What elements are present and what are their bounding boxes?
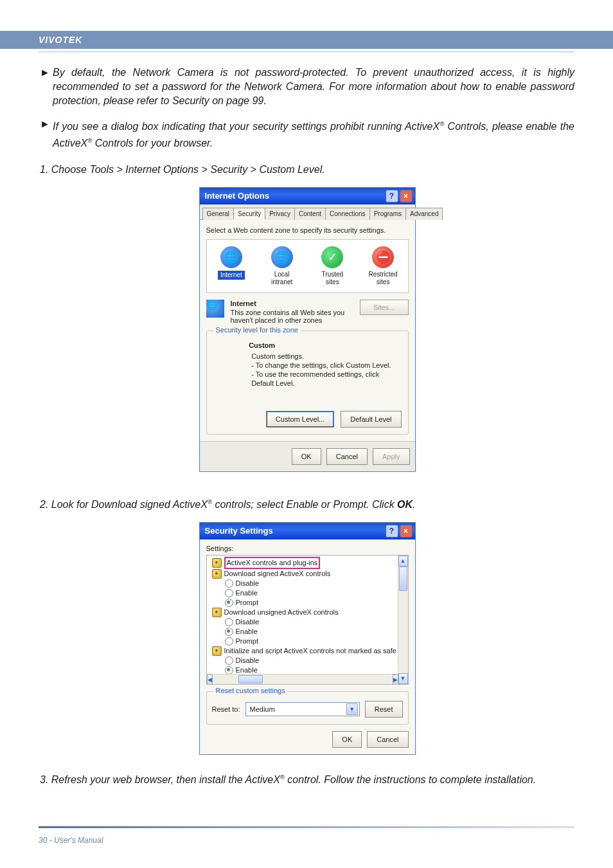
ss-titlebar[interactable]: Security Settings ? × (200, 523, 415, 539)
radio-option[interactable]: Prompt (208, 637, 397, 646)
close-icon[interactable]: × (400, 525, 413, 538)
radio-label: Prompt (236, 637, 258, 646)
radio-option[interactable]: Disable (208, 617, 397, 627)
setting-group-label: Download signed ActiveX controls (224, 569, 331, 579)
horizontal-scrollbar[interactable]: ◀ ▶ (207, 674, 398, 684)
cancel-button[interactable]: Cancel (367, 731, 408, 748)
custom-level-button[interactable]: Custom Level... (266, 411, 334, 428)
reset-to-select[interactable]: Medium ▼ (245, 702, 360, 716)
tab-privacy[interactable]: Privacy (265, 208, 295, 220)
radio-icon[interactable] (225, 637, 233, 646)
io-titlebar[interactable]: Internet Options ? × (200, 188, 415, 204)
scroll-right-icon[interactable]: ▶ (393, 674, 398, 685)
step2-ok: OK (397, 499, 413, 510)
header-divider (39, 51, 574, 52)
gear-icon: ✦ (212, 608, 222, 617)
default-level-button[interactable]: Default Level (341, 411, 401, 428)
bullet-1-text: By default, the Network Camera is not pa… (53, 66, 574, 108)
setting-group-label: ActiveX controls and plug-ins (224, 557, 321, 569)
ss-body: Settings: ✦ActiveX controls and plug-ins… (200, 539, 415, 754)
security-settings-dialog: Security Settings ? × Settings: ✦ActiveX… (199, 522, 416, 755)
zone-internet[interactable]: 🌐Internet (215, 246, 249, 286)
step2-end: . (413, 499, 415, 510)
gear-icon: ✦ (212, 646, 222, 656)
scroll-thumb[interactable] (399, 566, 407, 591)
footer-divider (39, 826, 574, 828)
radio-option[interactable]: Disable (208, 579, 397, 588)
scroll-left-icon[interactable]: ◀ (207, 674, 213, 685)
radio-icon[interactable] (225, 589, 233, 597)
bullet-2-text: If you see a dialog box indicating that … (53, 117, 574, 151)
level-line2: - To change the settings, click Custom L… (251, 361, 401, 370)
level-name: Custom (249, 341, 401, 349)
scroll-up-icon[interactable]: ▲ (398, 556, 408, 566)
step-3-text: 3. Refresh your web browser, then instal… (40, 770, 574, 787)
zone-info-title: Internet (231, 300, 353, 307)
ok-button[interactable]: OK (332, 731, 362, 748)
ss-title: Security Settings (205, 526, 273, 536)
content-area: ► By default, the Network Camera is not … (40, 66, 574, 793)
hscroll-thumb[interactable] (238, 675, 263, 683)
zone-restricted-sites[interactable]: ⛔Restricted sites (366, 246, 400, 286)
zone-label: Trusted sites (315, 271, 350, 286)
ok-button[interactable]: OK (292, 448, 321, 465)
step-2-text: 2. Look for Download signed ActiveX® con… (40, 495, 574, 512)
scroll-down-icon[interactable]: ▼ (398, 673, 408, 684)
reset-button[interactable]: Reset (365, 701, 403, 718)
tab-programs[interactable]: Programs (369, 208, 406, 220)
security-level-group-title: Security level for this zone (213, 326, 301, 334)
radio-option[interactable]: Disable (208, 656, 397, 665)
radio-icon[interactable] (225, 656, 233, 665)
radio-label: Disable (236, 617, 260, 627)
zone-selector[interactable]: 🌐Internet🌐Local intranet✓Trusted sites⛔R… (206, 239, 409, 293)
close-icon[interactable]: × (400, 190, 413, 203)
restricted-icon: ⛔ (372, 246, 394, 268)
zone-trusted-sites[interactable]: ✓Trusted sites (315, 246, 350, 286)
radio-option[interactable]: Prompt (208, 598, 397, 608)
apply-button: Apply (373, 448, 410, 465)
settings-list[interactable]: ✦ActiveX controls and plug-ins✦Download … (206, 555, 409, 685)
gear-icon: ✦ (212, 558, 222, 568)
tab-general[interactable]: General (202, 208, 235, 220)
globe-icon: 🌐 (271, 246, 293, 268)
cancel-button[interactable]: Cancel (326, 448, 368, 465)
reset-group: Reset custom settings Reset to: Medium ▼… (206, 691, 409, 725)
zone-info-desc: This zone contains all Web sites you hav… (231, 309, 353, 324)
radio-option[interactable]: Enable (208, 627, 397, 637)
tab-advanced[interactable]: Advanced (405, 208, 443, 220)
zone-info: 🌐 Internet This zone contains all Web si… (206, 300, 409, 324)
globe-icon: 🌐 (206, 300, 224, 318)
tab-content[interactable]: Content (294, 208, 326, 220)
setting-group[interactable]: ✦Download unsigned ActiveX controls (208, 608, 397, 617)
setting-group[interactable]: ✦Download signed ActiveX controls (208, 569, 397, 579)
radio-icon[interactable] (225, 599, 233, 607)
help-icon[interactable]: ? (386, 190, 398, 203)
radio-label: Prompt (236, 598, 258, 608)
bullet-2: ► If you see a dialog box indicating tha… (40, 117, 574, 151)
radio-icon[interactable] (225, 618, 233, 626)
radio-option[interactable]: Enable (208, 588, 397, 598)
io-tab-body: Select a Web content zone to specify its… (200, 220, 415, 441)
setting-group[interactable]: ✦Initialize and script ActiveX controls … (208, 646, 397, 656)
radio-icon[interactable] (225, 579, 233, 588)
reset-group-title: Reset custom settings (213, 687, 288, 694)
tab-connections[interactable]: Connections (325, 208, 370, 220)
check-icon: ✓ (321, 246, 343, 268)
zone-desc: Select a Web content zone to specify its… (206, 226, 409, 234)
reset-to-label: Reset to: (212, 705, 240, 713)
setting-group[interactable]: ✦ActiveX controls and plug-ins (208, 557, 397, 569)
radio-icon[interactable] (225, 628, 233, 636)
tab-security[interactable]: Security (233, 208, 265, 220)
bullet-1: ► By default, the Network Camera is not … (40, 66, 574, 108)
radio-label: Disable (236, 656, 260, 665)
chevron-down-icon[interactable]: ▼ (346, 703, 358, 715)
reset-to-value: Medium (250, 705, 275, 713)
radio-label: Disable (236, 579, 260, 588)
setting-group-label: Initialize and script ActiveX controls n… (224, 646, 396, 656)
security-level-group: Security level for this zone Custom Cust… (206, 330, 409, 435)
help-icon[interactable]: ? (386, 525, 398, 538)
radio-label: Enable (236, 627, 258, 637)
setting-group-label: Download unsigned ActiveX controls (224, 608, 339, 617)
zone-local-intranet[interactable]: 🌐Local intranet (265, 246, 299, 286)
vertical-scrollbar[interactable]: ▲ ▼ (398, 556, 408, 684)
